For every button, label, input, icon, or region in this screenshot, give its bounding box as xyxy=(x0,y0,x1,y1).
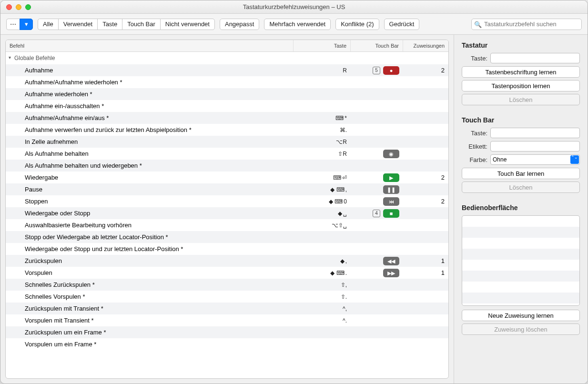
table-row[interactable]: AufnahmeR5●2 xyxy=(6,64,448,76)
touchbar-cell: 4■ xyxy=(351,209,403,218)
view-options-button[interactable]: ⋯ xyxy=(6,19,20,30)
view-dropdown-button[interactable]: ▾ xyxy=(20,19,33,30)
table-row[interactable]: Zurückspulen◆,◀◀1 xyxy=(6,255,448,267)
key-input[interactable] xyxy=(490,53,580,63)
keyboard-section: Tastatur Taste: Tastenbeschriftung lerne… xyxy=(462,41,580,108)
touchbar-cell: ▶ xyxy=(351,173,403,182)
customized-button[interactable]: Angepasst xyxy=(220,19,259,30)
key-cell xyxy=(294,233,351,241)
table-row[interactable]: Vorspulen◆ ⌨.▶▶1 xyxy=(6,267,448,279)
table-row[interactable]: Aufnahme/Aufnahme ein/aus *⌨* xyxy=(6,112,448,124)
assignments-cell: 1 xyxy=(403,257,448,264)
table-row[interactable]: Vorspulen mit Transient *^. xyxy=(6,314,448,326)
tb-color-select[interactable]: Ohne xyxy=(490,154,580,165)
touchbar-cell: ⏮ xyxy=(351,197,403,206)
command-cell: Zurückspulen mit Transient * xyxy=(6,305,294,312)
filter-nicht-verwendet[interactable]: Nicht verwendet xyxy=(160,19,215,30)
body: Befehl Taste Touch Bar Zuweisungen Globa… xyxy=(0,35,588,384)
surface-listbox[interactable] xyxy=(462,215,580,306)
touchbar-badge-icon: ▶ xyxy=(383,173,399,182)
traffic-lights xyxy=(6,4,31,10)
command-cell: Aufnahme xyxy=(6,67,294,74)
command-cell: Vorspulen mit Transient * xyxy=(6,317,294,324)
table-row[interactable]: Wiedergabe oder Stopp◆␣4■ xyxy=(6,207,448,219)
touchbar-badge-icon: ⏮ xyxy=(383,197,399,206)
group-header[interactable]: Globale Befehle xyxy=(6,52,448,64)
table-row[interactable]: Aufnahme/Aufnahme wiederholen * xyxy=(6,76,448,88)
command-cell: Wiedergabe xyxy=(6,174,294,181)
command-cell: Auswahlbasierte Bearbeitung vorhören xyxy=(6,222,294,229)
key-cell xyxy=(294,91,351,98)
table-row[interactable]: Aufnahme ein-/ausschalten * xyxy=(6,100,448,112)
keyboard-title: Tastatur xyxy=(462,41,580,49)
tb-etikett-input[interactable] xyxy=(490,141,580,152)
table-row[interactable]: Wiedergabe oder Stopp und zur letzten Lo… xyxy=(6,243,448,255)
command-cell: Wiedergabe oder Stopp xyxy=(6,210,294,217)
key-cell: ^, xyxy=(294,305,351,312)
table-row[interactable]: Zurückspulen mit Transient *^, xyxy=(6,303,448,314)
titlebar: Tastaturkurzbefehlzuweisungen – US xyxy=(0,0,588,14)
touchbar-badge-icon: ● xyxy=(383,66,399,75)
learn-key-position-button[interactable]: Tastenposition lernen xyxy=(462,80,580,91)
assignments-cell: 2 xyxy=(403,174,448,181)
touchbar-cell: 5● xyxy=(351,66,403,75)
table-row[interactable]: Zurückspulen um ein Frame * xyxy=(6,326,448,338)
command-cell: Vorspulen xyxy=(6,269,294,276)
key-cell: ⌥⇧␣ xyxy=(294,222,351,229)
filter-taste[interactable]: Taste xyxy=(97,19,122,30)
table-row[interactable]: In Zelle aufnehmen⌥R xyxy=(6,136,448,148)
col-touchbar[interactable]: Touch Bar xyxy=(351,40,403,51)
key-cell xyxy=(294,341,351,348)
table-row[interactable]: Als Aufnahme behalten⇧R◉ xyxy=(6,148,448,160)
table-row[interactable]: Vorspulen um ein Frame * xyxy=(6,338,448,350)
search-input[interactable] xyxy=(471,19,582,30)
table-row[interactable]: Wiedergabe⌨⏎▶2 xyxy=(6,172,448,183)
learn-key-label-button[interactable]: Tastenbeschriftung lernen xyxy=(462,66,580,78)
filter-alle[interactable]: Alle xyxy=(38,19,58,30)
touchbar-badge-icon: ◉ xyxy=(383,150,399,158)
key-cell: ^. xyxy=(294,317,351,324)
zoom-icon[interactable] xyxy=(25,4,31,10)
tb-etikett-label: Etikett: xyxy=(462,143,487,150)
tb-key-input[interactable] xyxy=(490,128,580,138)
col-assignments[interactable]: Zuweisungen xyxy=(403,40,448,51)
col-command[interactable]: Befehl xyxy=(6,40,294,51)
table-header: Befehl Taste Touch Bar Zuweisungen xyxy=(6,40,448,52)
assignments-cell: 2 xyxy=(403,67,448,74)
table-row[interactable]: Aufnahme wiederholen * xyxy=(6,88,448,100)
command-cell: Aufnahme/Aufnahme ein/aus * xyxy=(6,114,294,121)
touchbar-cell: ▶▶ xyxy=(351,269,403,277)
command-cell: In Zelle aufnehmen xyxy=(6,138,294,145)
table-row[interactable]: Auswahlbasierte Bearbeitung vorhören⌥⇧␣ xyxy=(6,219,448,231)
key-cell: ⌥R xyxy=(294,138,351,145)
table-body[interactable]: Globale Befehle AufnahmeR5●2Aufnahme/Auf… xyxy=(6,52,448,378)
table-row[interactable]: Schnelles Zurückspulen *⇧, xyxy=(6,279,448,291)
key-cell: ⌨⏎ xyxy=(294,174,351,181)
commands-table: Befehl Taste Touch Bar Zuweisungen Globa… xyxy=(5,40,449,379)
table-row[interactable]: Pause◆ ⌨,❚❚ xyxy=(6,183,448,195)
col-key[interactable]: Taste xyxy=(294,40,351,51)
command-cell: Stoppen xyxy=(6,198,294,205)
search-icon: 🔍 xyxy=(474,21,482,28)
minimize-icon[interactable] xyxy=(16,4,21,10)
surface-title: Bedienoberfläche xyxy=(462,204,580,212)
conflicts-button[interactable]: Konflikte (2) xyxy=(335,19,379,30)
command-cell: Stopp oder Wiedergabe ab letzter Locator… xyxy=(6,233,294,241)
learn-touchbar-button[interactable]: Touch Bar lernen xyxy=(462,168,580,179)
filter-verwendet[interactable]: Verwendet xyxy=(58,19,97,30)
main-panel: Befehl Taste Touch Bar Zuweisungen Globa… xyxy=(0,35,454,384)
filter-touch-bar[interactable]: Touch Bar xyxy=(122,19,160,30)
learn-assignment-button[interactable]: Neue Zuweisung lernen xyxy=(462,310,580,321)
command-cell: Wiedergabe oder Stopp und zur letzten Lo… xyxy=(6,245,294,253)
table-row[interactable]: Als Aufnahme behalten und wiedergeben * xyxy=(6,160,448,172)
table-row[interactable]: Stoppen◆ ⌨0⏮2 xyxy=(6,195,448,207)
multi-used-button[interactable]: Mehrfach verwendet xyxy=(264,19,331,30)
key-cell xyxy=(294,102,351,110)
key-cell xyxy=(294,79,351,86)
table-row[interactable]: Stopp oder Wiedergabe ab letzter Locator… xyxy=(6,231,448,243)
key-cell: ◆ ⌨. xyxy=(294,269,351,276)
close-icon[interactable] xyxy=(6,4,12,10)
table-row[interactable]: Schnelles Vorspulen *⇧. xyxy=(6,291,448,303)
pressed-button[interactable]: Gedrückt xyxy=(384,19,420,30)
table-row[interactable]: Aufnahme verwerfen und zurück zur letzte… xyxy=(6,124,448,136)
